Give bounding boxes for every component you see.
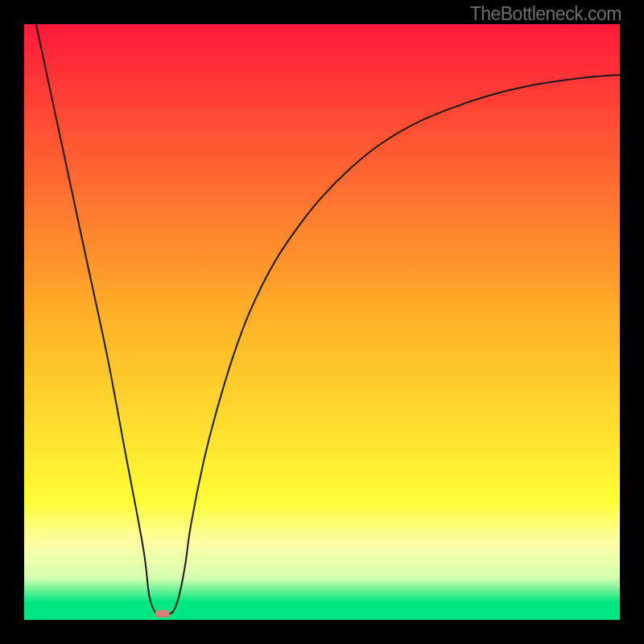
attribution-text: TheBottleneck.com [470, 3, 621, 25]
chart-svg [24, 24, 620, 620]
bottleneck-marker [155, 610, 170, 617]
gradient-background [24, 24, 620, 620]
plot-area [24, 24, 620, 620]
chart-frame: TheBottleneck.com [0, 0, 644, 644]
